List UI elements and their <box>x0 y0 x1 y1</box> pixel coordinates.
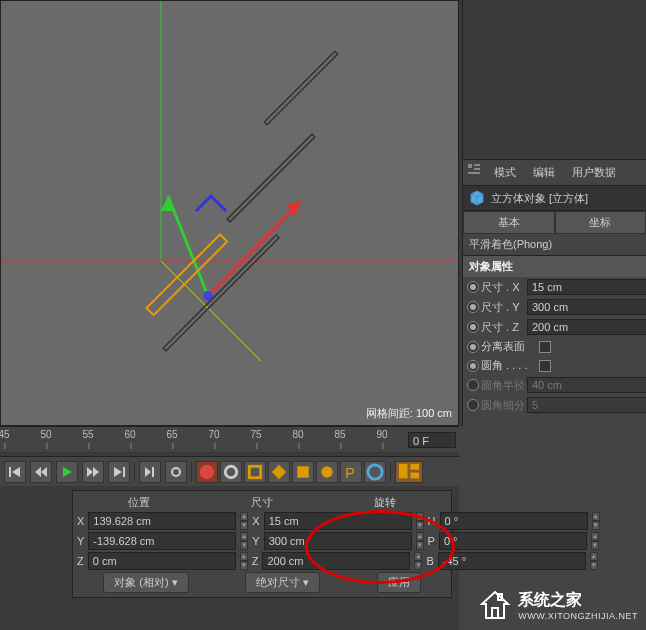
phong-row[interactable]: 平滑着色(Phong) <box>463 234 646 256</box>
size-y-spinner[interactable]: ▲▼ <box>416 532 424 550</box>
svg-marker-25 <box>87 467 93 477</box>
tab-coord[interactable]: 坐标 <box>555 211 647 234</box>
axis-z: Z <box>77 555 84 567</box>
svg-rect-11 <box>264 51 338 125</box>
key-rot-button[interactable] <box>316 461 338 483</box>
input-size-z[interactable] <box>527 319 646 335</box>
header-rotation: 旋转 <box>324 495 447 510</box>
rot-h-label: H <box>428 515 436 527</box>
loop-button[interactable] <box>165 461 187 483</box>
object-header: 立方体对象 [立方体] <box>463 186 646 211</box>
next-key-button[interactable] <box>82 461 104 483</box>
goto-end-button[interactable] <box>108 461 130 483</box>
svg-rect-41 <box>410 473 419 479</box>
key-param-button[interactable]: P <box>340 461 362 483</box>
checkbox-fillet[interactable] <box>539 360 551 372</box>
pos-y-input[interactable] <box>88 532 236 550</box>
radio-size-x[interactable] <box>467 281 479 293</box>
rot-b-spinner[interactable]: ▲▼ <box>590 552 598 570</box>
current-frame[interactable]: 0 F <box>408 432 456 448</box>
ruler-tick: 90 <box>376 429 387 440</box>
menu-mode[interactable]: 模式 <box>486 163 524 182</box>
size-x-spinner[interactable]: ▲▼ <box>416 512 424 530</box>
svg-marker-21 <box>12 467 20 477</box>
svg-point-32 <box>225 466 236 477</box>
svg-rect-35 <box>297 466 308 477</box>
svg-rect-20 <box>9 467 11 477</box>
svg-line-5 <box>208 201 301 296</box>
size-axis-z: Z <box>252 555 259 567</box>
svg-marker-4 <box>161 196 175 211</box>
ruler-tick: 60 <box>124 429 135 440</box>
svg-rect-40 <box>410 464 419 470</box>
size-z-spinner[interactable]: ▲▼ <box>414 552 422 570</box>
size-x-input[interactable] <box>264 512 412 530</box>
size-axis-x: X <box>252 515 259 527</box>
play-button[interactable] <box>56 461 78 483</box>
svg-rect-30 <box>152 467 154 477</box>
svg-marker-27 <box>114 467 122 477</box>
pos-y-spinner[interactable]: ▲▼ <box>240 532 248 550</box>
viewport[interactable]: 网格间距: 100 cm <box>0 0 459 426</box>
input-fillet-radius <box>527 377 646 393</box>
goto-start-button[interactable] <box>4 461 26 483</box>
svg-marker-34 <box>272 464 286 478</box>
prev-key-button[interactable] <box>30 461 52 483</box>
skip-button[interactable] <box>139 461 161 483</box>
menu-userdata[interactable]: 用户数据 <box>564 163 624 182</box>
watermark-sub: WWW.XITONGZHIJIA.NET <box>518 611 638 621</box>
radio-fillet-sub[interactable] <box>467 399 479 411</box>
ruler-scale[interactable]: 45505560657075808590 <box>0 427 459 452</box>
record-button[interactable] <box>196 461 218 483</box>
svg-point-31 <box>200 464 214 478</box>
svg-point-36 <box>321 466 332 477</box>
size-z-input[interactable] <box>262 552 410 570</box>
input-size-y[interactable] <box>527 299 646 315</box>
attribute-menu-bar: 模式 编辑 用户数据 <box>463 160 646 186</box>
svg-rect-10 <box>227 134 315 222</box>
tab-basic[interactable]: 基本 <box>463 211 555 234</box>
radio-separate[interactable] <box>467 341 479 353</box>
ruler-tick: 80 <box>292 429 303 440</box>
size-y-input[interactable] <box>264 532 412 550</box>
rot-p-spinner[interactable]: ▲▼ <box>591 532 599 550</box>
svg-rect-12 <box>468 164 472 168</box>
radio-size-y[interactable] <box>467 301 479 313</box>
grid-spacing-label: 网格间距: 100 cm <box>366 406 452 421</box>
label-size-z: 尺寸 . Z <box>481 320 525 335</box>
svg-marker-23 <box>41 467 47 477</box>
radio-size-z[interactable] <box>467 321 479 333</box>
input-fillet-sub <box>527 397 646 413</box>
pos-x-input[interactable] <box>88 512 236 530</box>
object-relative-button[interactable]: 对象 (相对) ▾ <box>103 572 188 593</box>
menu-edit[interactable]: 编辑 <box>525 163 563 182</box>
svg-rect-43 <box>492 608 498 618</box>
rot-b-input[interactable] <box>438 552 586 570</box>
label-separate: 分离表面 <box>481 339 537 354</box>
pos-x-spinner[interactable]: ▲▼ <box>240 512 248 530</box>
rot-h-spinner[interactable]: ▲▼ <box>592 512 600 530</box>
svg-marker-42 <box>482 592 508 618</box>
pos-z-input[interactable] <box>88 552 236 570</box>
checkbox-separate[interactable] <box>539 341 551 353</box>
attribute-panel: 模式 编辑 用户数据 立方体对象 [立方体] 基本 坐标 平滑着色(Phong)… <box>462 0 646 426</box>
key-pla-button[interactable] <box>364 461 386 483</box>
label-fillet: 圆角 . . . . <box>481 358 537 373</box>
timeline-ruler[interactable]: 45505560657075808590 <box>0 426 459 452</box>
radio-fillet-radius[interactable] <box>467 379 479 391</box>
pos-z-spinner[interactable]: ▲▼ <box>240 552 248 570</box>
input-size-x[interactable] <box>527 279 646 295</box>
key-scale-button[interactable] <box>292 461 314 483</box>
svg-rect-28 <box>123 467 125 477</box>
layout-button[interactable] <box>395 461 423 483</box>
apply-button[interactable]: 应用 <box>377 572 421 593</box>
svg-marker-22 <box>35 467 41 477</box>
autokey-button[interactable] <box>220 461 242 483</box>
key-pos-button[interactable] <box>268 461 290 483</box>
key-selection-button[interactable] <box>244 461 266 483</box>
rot-p-input[interactable] <box>439 532 587 550</box>
svg-marker-24 <box>63 467 72 477</box>
rot-h-input[interactable] <box>440 512 588 530</box>
absolute-size-button[interactable]: 绝对尺寸 ▾ <box>245 572 320 593</box>
radio-fillet[interactable] <box>467 360 479 372</box>
